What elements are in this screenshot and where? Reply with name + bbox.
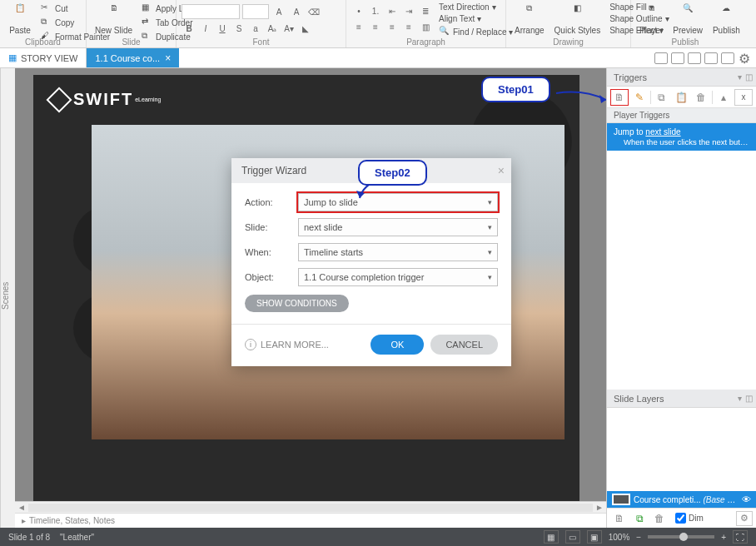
close-tab-button[interactable]: × [165,52,171,64]
trigger-item[interactable]: Jump to next slide When the user clicks … [607,123,756,151]
align-right-button[interactable]: ≡ [385,20,400,33]
trigger-target-link[interactable]: next slide [645,127,680,136]
chevron-right-icon: ▸ [22,516,26,525]
move-up-button[interactable]: ▴ [714,89,733,106]
status-bar: Slide 1 of 8 "Leather" ▦ ▭ ▣ 100% − + ⛶ [0,528,756,546]
triggers-panel: Triggers ▾◫ 🗎 ✎ ⧉ 📋 🗑 ▴ x Player Trigger… [606,68,756,528]
object-select[interactable]: 1.1 Course completion trigger [298,268,498,286]
zoom-slider[interactable] [648,535,714,539]
arrange-button[interactable]: ⧉Arrange [511,2,548,37]
strike-button[interactable]: S [231,22,246,35]
slide-select[interactable]: next slide [298,218,498,236]
view-mode-2[interactable]: ▭ [565,530,580,544]
scenes-panel-collapsed[interactable]: Scenes [0,68,15,528]
indent-inc-button[interactable]: ⇥ [401,4,416,17]
find-replace-button[interactable]: 🔍Find / Replace ▾ [436,25,515,38]
edit-trigger-button[interactable]: ✎ [630,89,649,106]
preview-icon: 🔍 [676,3,699,23]
font-family-select[interactable] [182,4,240,19]
new-layer-button[interactable]: 🗎 [610,510,629,527]
fit-button[interactable]: ⛶ [733,530,748,544]
highlight-button[interactable]: ◣ [298,22,313,35]
italic-button[interactable]: I [198,22,213,35]
variables-button[interactable]: x [734,89,753,106]
scroll-right-button[interactable]: ► [593,503,606,512]
timeline-panel-toggle[interactable]: ▸ Timeline, States, Notes [15,513,606,528]
story-view-tab[interactable]: ▦ STORY VIEW [0,48,87,67]
desktop-icon[interactable] [654,52,668,64]
new-trigger-button[interactable]: 🗎 [610,89,629,106]
tablet-portrait-icon[interactable] [704,52,718,64]
grow-font-button[interactable]: A [271,5,286,18]
new-slide-button[interactable]: 🗎 New Slide [92,2,136,37]
publish-group-label: Publish [631,37,739,47]
align-left-button[interactable]: ≡ [351,20,366,33]
slide-layers-header[interactable]: Slide Layers ▾◫ [607,390,756,408]
triggers-panel-header[interactable]: Triggers ▾◫ [607,68,756,87]
tablet-landscape-icon[interactable] [688,52,701,64]
delete-trigger-button[interactable]: 🗑 [692,89,710,106]
collapse-icon[interactable]: ▾ [738,72,742,82]
player-triggers-header: Player Triggers [607,108,756,123]
delete-layer-button[interactable]: 🗑 [650,510,669,527]
columns-button[interactable]: ▥ [418,20,433,33]
dim-checkbox[interactable]: Dim [675,513,704,524]
shrink-font-button[interactable]: A [289,5,304,18]
align-text-button[interactable]: Align Text ▾ [436,13,515,24]
collapse-icon[interactable]: ▾ [738,394,742,403]
wizard-close-button[interactable]: × [498,164,505,177]
player-button[interactable]: ⧉Player [636,2,666,37]
duplicate-layer-button[interactable]: ⧉ [630,510,649,527]
font-size-select[interactable] [242,4,269,19]
laptop-icon[interactable] [671,52,684,64]
paste-trigger-button[interactable]: 📋 [673,89,691,106]
scroll-track[interactable] [28,504,593,512]
spacing-button[interactable]: Aₐ [265,22,280,35]
horizontal-scrollbar[interactable]: ◄ ► [15,501,606,513]
paragraph-group-label: Paragraph [346,37,505,47]
slide-group-label: Slide [87,37,176,47]
clear-format-button[interactable]: ⌫ [306,5,321,18]
preview-button[interactable]: 🔍Preview [669,2,706,37]
brand-logo: SWIFT eLearning [50,90,161,109]
ribbon-group-paragraph: • 1. ⇤ ⇥ ≣ ≡ ≡ ≡ ≡ ▥ Text Direction ▾ Al… [346,0,506,47]
canvas-area[interactable]: SWIFT eLearning Step01 Trigger Wizard × … [15,68,606,528]
layer-toolbar: 🗎 ⧉ 🗑 Dim ⚙ [607,508,756,528]
show-conditions-button[interactable]: SHOW CONDITIONS [245,295,349,312]
font-color-button[interactable]: A▾ [281,22,296,35]
undock-icon[interactable]: ◫ [745,72,753,82]
learn-more-link[interactable]: i LEARN MORE... [245,339,329,350]
visibility-toggle[interactable]: 👁 [742,494,751,504]
annotation-step2: Step02 [358,160,427,186]
shadow-button[interactable]: a [248,22,263,35]
bullets-button[interactable]: • [351,4,366,17]
phone-icon[interactable] [721,52,734,64]
active-slide-tab[interactable]: 1.1 Course co... × [87,48,179,67]
linespacing-button[interactable]: ≣ [418,4,433,17]
quick-styles-button[interactable]: ◧Quick Styles [551,2,604,37]
text-direction-button[interactable]: Text Direction ▾ [436,2,515,12]
numbering-button[interactable]: 1. [368,4,383,17]
copy-trigger-button[interactable]: ⧉ [653,89,671,106]
cancel-button[interactable]: CANCEL [430,335,498,355]
view-mode-1[interactable]: ▦ [544,530,559,544]
undock-icon[interactable]: ◫ [745,394,753,403]
indent-dec-button[interactable]: ⇤ [385,4,400,17]
view-mode-3[interactable]: ▣ [587,530,602,544]
when-select[interactable]: Timeline starts [298,243,498,261]
zoom-out-button[interactable]: − [636,533,641,542]
underline-button[interactable]: U [215,22,230,35]
align-justify-button[interactable]: ≡ [401,20,416,33]
ok-button[interactable]: OK [371,335,424,355]
zoom-in-button[interactable]: + [721,533,726,542]
align-center-button[interactable]: ≡ [368,20,383,33]
settings-icon[interactable]: ⚙ [738,52,751,65]
scroll-left-button[interactable]: ◄ [15,503,28,512]
clipboard-group-label: Clipboard [0,37,86,47]
action-select[interactable]: Jump to slide [298,193,498,211]
paste-button[interactable]: 📋 Paste [5,2,35,37]
publish-button[interactable]: ☁Publish [709,2,744,37]
bold-button[interactable]: B [182,22,196,35]
layer-settings-button[interactable]: ⚙ [736,511,753,526]
base-layer-item[interactable]: Course completi... (Base Layer) 👁 [607,491,756,508]
